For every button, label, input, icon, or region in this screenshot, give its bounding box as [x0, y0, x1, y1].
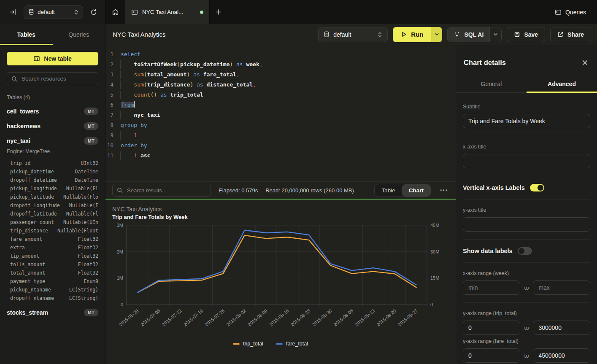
results-search-input[interactable] [126, 187, 206, 194]
table-column-row: pickup_longitudeNullable(Fl [7, 184, 98, 193]
collapse-sidebar-icon[interactable] [8, 7, 19, 18]
legend-item-trip_total[interactable]: trip_total [233, 341, 263, 347]
resource-search [7, 72, 98, 85]
new-table-label: New table [44, 55, 71, 62]
line-number: 1 [105, 49, 120, 59]
query-tab[interactable]: NYC Taxi Anal... [125, 0, 210, 24]
home-tab-button[interactable] [105, 0, 125, 24]
toggle-knob [538, 185, 543, 191]
trip-range-max-input[interactable] [533, 321, 590, 335]
axis-label: 0 [121, 302, 123, 307]
view-toggle-chart[interactable]: Chart [402, 184, 430, 197]
code-line[interactable]: 8group by [105, 120, 456, 130]
close-icon[interactable] [580, 58, 589, 67]
code-line[interactable]: 9 1 [105, 130, 456, 140]
save-button-label: Save [524, 31, 538, 38]
left-sidebar: Tables Queries New table Tables (4) [0, 24, 105, 364]
code-line[interactable]: 5 count() as trip_total [105, 90, 456, 100]
xaxis-range-min-input[interactable] [463, 280, 520, 295]
engine-badge: MT [84, 137, 98, 145]
code-line[interactable]: 11 1 asc [105, 151, 456, 161]
nyc-taxi-columns: trip_idUInt32pickup_datetimeDateTimedrop… [7, 159, 98, 302]
xaxis-range-max-input[interactable] [533, 280, 590, 295]
column-name: trip_id [10, 160, 81, 166]
code-line[interactable]: 10order by [105, 140, 456, 151]
run-button-group: Run [393, 27, 442, 42]
chevron-updown-icon [74, 9, 78, 15]
fare-range-min-input[interactable] [463, 348, 520, 363]
line-number: 7 [105, 110, 120, 120]
refresh-icon[interactable] [88, 7, 99, 18]
text-cursor [134, 101, 135, 108]
yaxis-range-fare-row: to [463, 348, 590, 363]
unsaved-changes-dot [200, 11, 203, 14]
divider [463, 199, 590, 200]
legend-item-fare_total[interactable]: fare_total [276, 341, 308, 347]
sidebar-tab-tables[interactable]: Tables [0, 24, 53, 45]
new-tab-button[interactable] [210, 0, 227, 24]
table-name: stocks_stream [7, 309, 84, 316]
axis-label: 45M [430, 223, 439, 228]
code-text: from [120, 100, 135, 110]
queries-button[interactable]: Queries [555, 9, 586, 16]
subtitle-input[interactable] [463, 114, 590, 128]
sql-editor[interactable]: 1select2 toStartOfWeek(pickup_datetime) … [105, 45, 456, 181]
fare-range-max-input[interactable] [533, 348, 590, 363]
axis-label: 2015-08-02 [225, 308, 247, 327]
top-bar-left: default [0, 0, 105, 24]
toggle-knob [519, 248, 524, 254]
xaxis-title-input[interactable] [463, 154, 590, 168]
column-type: Enum8 [84, 278, 98, 284]
sql-ai-button[interactable]: SQL AI [448, 27, 489, 42]
new-table-button[interactable]: New table [7, 52, 98, 65]
run-button[interactable]: Run [393, 27, 431, 42]
column-name: dropoff_latitude [10, 211, 66, 217]
view-toggle-table[interactable]: Table [375, 184, 402, 197]
table-column-row: pickup_ntanameLC(String) [7, 286, 98, 294]
chart-subtitle: Trip and Fare Totals by Week [112, 214, 188, 220]
table-row-stocks-stream[interactable]: stocks_stream MT [7, 309, 98, 316]
code-line[interactable]: 2 toStartOfWeek(pickup_datetime) as week… [105, 59, 456, 70]
show-data-labels-toggle[interactable] [518, 247, 532, 255]
line-number: 11 [105, 151, 120, 161]
code-line[interactable]: 1select [105, 49, 456, 59]
more-options-icon[interactable]: ··· [438, 186, 450, 194]
run-database-selector[interactable]: default [318, 27, 388, 42]
terminal-icon [131, 9, 138, 16]
line-number: 3 [105, 70, 120, 80]
sql-ai-options-button[interactable] [489, 27, 501, 42]
query-title: NYC Taxi Analytics [113, 31, 166, 38]
table-column-row: pickup_latitudeNullable(Flo [7, 193, 98, 201]
share-button[interactable]: Share [550, 27, 591, 42]
save-button[interactable]: Save [507, 27, 545, 42]
engine-badge: MT [84, 108, 98, 115]
run-database-value: default [333, 31, 374, 38]
run-button-label: Run [411, 31, 423, 38]
results-search [112, 184, 211, 197]
table-row-hackernews[interactable]: hackernews MT [7, 122, 98, 130]
table-row-cell-towers[interactable]: cell_towers MT [7, 108, 98, 115]
panel-tab-advanced[interactable]: Advanced [527, 76, 597, 92]
column-type: DateTime [75, 169, 98, 175]
database-selector[interactable]: default [24, 5, 83, 19]
column-name: trip_distance [10, 228, 57, 234]
code-line[interactable]: 4 sum(trip_distance) as distance_total, [105, 80, 456, 90]
resource-search-input[interactable] [21, 75, 94, 82]
results-toolbar: Elapsed: 0.579s Read: 20,000,000 rows (2… [105, 181, 456, 199]
vertical-labels-label: Vertical x-axis Labels [463, 184, 525, 191]
column-name: passenger_count [10, 219, 63, 225]
column-type: Float32 [78, 245, 98, 251]
table-column-row: fare_amountFloat32 [7, 235, 98, 243]
code-line[interactable]: 6from [105, 100, 456, 110]
yaxis-title-field-label: y-axis title [463, 207, 590, 213]
table-row-nyc-taxi[interactable]: nyc_taxi MT [7, 137, 98, 145]
code-line[interactable]: 7 nyc_taxi [105, 110, 456, 120]
yaxis-title-input[interactable] [463, 217, 590, 232]
table-column-row: trip_idUInt32 [7, 159, 98, 167]
run-options-button[interactable] [431, 27, 442, 42]
vertical-xaxis-labels-toggle[interactable] [530, 184, 544, 191]
code-line[interactable]: 3 sum(total_amount) as fare_total, [105, 70, 456, 80]
sidebar-tab-queries[interactable]: Queries [53, 24, 105, 45]
panel-tab-general[interactable]: General [456, 76, 527, 92]
trip-range-min-input[interactable] [463, 321, 520, 335]
